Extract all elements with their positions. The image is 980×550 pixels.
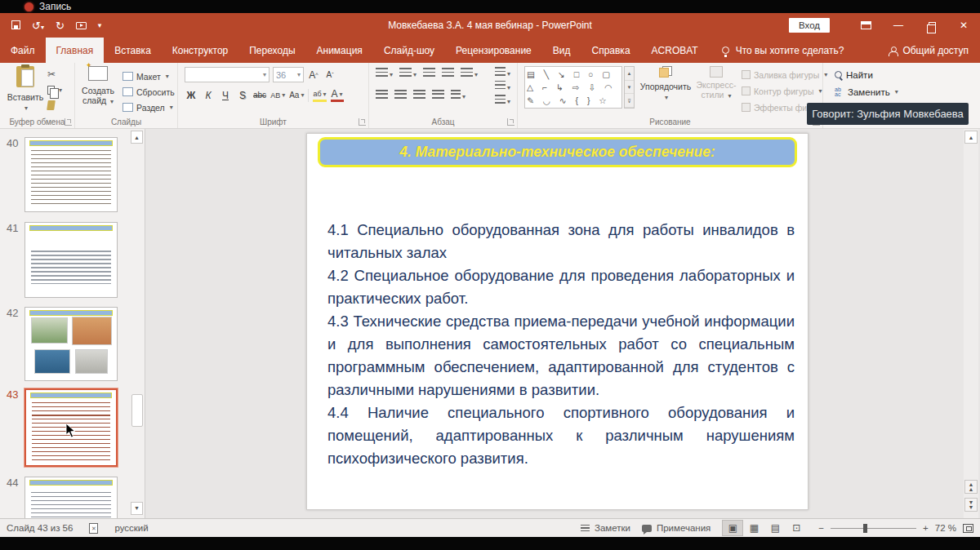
zoom-slider-thumb[interactable] [863, 524, 867, 533]
replace-button[interactable]: abacЗаменить [835, 85, 898, 99]
zoom-in-button[interactable]: + [923, 523, 929, 533]
bullets-button[interactable] [376, 68, 393, 78]
thumbnails-scrollbar-thumb[interactable] [131, 394, 143, 427]
arrange-button[interactable]: Упорядочить [639, 66, 693, 102]
undo-button[interactable]: ↺▾ [32, 20, 44, 31]
font-color-button[interactable]: А [331, 88, 344, 102]
tab-acrobat[interactable]: ACROBAT [641, 38, 709, 63]
canvas-scroll-up-button[interactable]: ▲ [964, 131, 978, 144]
notes-toggle[interactable]: Заметки [581, 523, 630, 533]
shapes-more-icon[interactable]: ⊽ [625, 94, 634, 108]
paragraph-dialog-launcher[interactable] [507, 118, 514, 126]
underline-button[interactable]: Ч [219, 88, 232, 102]
quick-styles-button[interactable]: Экспресс-стили [694, 66, 738, 100]
bold-button[interactable]: Ж [185, 88, 198, 102]
tab-insert[interactable]: Вставка [104, 38, 162, 63]
align-center-button[interactable] [394, 90, 407, 100]
columns-button[interactable] [451, 90, 466, 100]
text-direction-button[interactable] [495, 67, 510, 78]
shrink-font-button[interactable]: Аˇ [323, 68, 336, 82]
layout-button[interactable]: Макет [122, 69, 175, 83]
ribbon-display-options-button[interactable] [849, 13, 882, 38]
tab-review[interactable]: Рецензирование [445, 38, 542, 63]
shapes-scroll-down-icon[interactable]: ▼ [625, 81, 634, 95]
paste-button[interactable]: Вставить [5, 66, 46, 113]
zoom-level[interactable]: 72 % [935, 523, 956, 533]
language-indicator[interactable]: русский [114, 523, 148, 533]
align-left-button[interactable] [376, 90, 388, 100]
new-slide-button[interactable]: Создать слайд [77, 66, 119, 106]
convert-smartart-button[interactable] [495, 95, 510, 105]
decrease-indent-button[interactable] [423, 68, 435, 78]
normal-view-button[interactable]: ▣ [722, 520, 743, 536]
close-button[interactable]: ✕ [947, 13, 980, 38]
slideshow-view-button[interactable]: ⊡ [786, 520, 807, 536]
reset-button[interactable]: Сбросить [122, 85, 175, 99]
restore-button[interactable] [915, 13, 947, 38]
font-dialog-launcher[interactable] [359, 118, 366, 126]
tab-view[interactable]: Вид [542, 38, 581, 63]
tab-design[interactable]: Конструктор [162, 38, 238, 63]
tell-me-search[interactable]: Что вы хотите сделать? [722, 38, 844, 63]
shapes-gallery[interactable]: ▤ ╲ ↘ □ ○ ▢ △ ⌐ ↳ ⇨ ⇩ ◠ ✎ ◡ ∿ { } ☆ [524, 66, 622, 109]
shape-fill-button[interactable]: Заливка фигуры [742, 68, 827, 82]
font-name-combo[interactable]: ▾ [185, 67, 270, 82]
canvas-scrollbar[interactable]: ▲ ▲▲ ▼▼ [964, 129, 978, 518]
minimize-button[interactable]: — [882, 13, 915, 38]
next-slide-button[interactable]: ▼▼ [964, 498, 978, 512]
line-spacing-button[interactable] [461, 68, 478, 78]
previous-slide-button[interactable]: ▲▲ [964, 480, 978, 494]
cut-button[interactable]: ✂ [47, 68, 62, 81]
font-size-combo[interactable]: 36▾ [273, 67, 304, 82]
find-button[interactable]: Найти [835, 68, 898, 82]
copy-button[interactable] [47, 83, 62, 96]
save-button[interactable] [11, 20, 20, 31]
shape-outline-button[interactable]: Контур фигуры [742, 84, 827, 98]
zoom-slider[interactable] [831, 528, 916, 529]
italic-button[interactable]: К [202, 88, 215, 102]
shapes-scroll-up-icon[interactable]: ▲ [625, 67, 634, 81]
tab-help[interactable]: Справка [581, 38, 640, 63]
character-spacing-button[interactable]: АВ [270, 88, 285, 102]
section-button[interactable]: Раздел [122, 100, 175, 114]
tab-file[interactable]: Файл [0, 38, 46, 63]
comments-toggle[interactable]: Примечания [642, 523, 710, 533]
thumbnails-scroll-up-button[interactable]: ▲ [131, 131, 143, 144]
align-text-button[interactable] [495, 81, 510, 91]
strikethrough-button[interactable]: abc [253, 88, 266, 102]
slide-thumbnail-43-selected[interactable] [24, 388, 118, 467]
highlight-color-button[interactable]: аб [313, 88, 326, 102]
tab-home[interactable]: Главная [46, 38, 105, 63]
clipboard-dialog-launcher[interactable] [65, 118, 72, 126]
slide-thumbnail-40[interactable] [24, 137, 118, 212]
slide-body-textbox[interactable]: 4.1 Специально оборудованная зона для ра… [327, 219, 795, 470]
zoom-out-button[interactable]: − [818, 523, 824, 533]
slide-thumbnail-44[interactable] [24, 477, 118, 518]
reading-view-button[interactable]: ▤ [764, 520, 786, 536]
slide-thumbnail-42[interactable] [24, 307, 118, 381]
align-right-button[interactable] [413, 90, 425, 100]
fit-to-window-button[interactable] [963, 524, 973, 533]
change-case-button[interactable]: Aa [289, 88, 304, 102]
format-painter-button[interactable] [47, 99, 62, 112]
increase-indent-button[interactable] [442, 68, 454, 78]
grow-font-button[interactable]: А^ [307, 68, 320, 82]
tab-transitions[interactable]: Переходы [238, 38, 305, 63]
share-button[interactable]: Общий доступ [889, 38, 969, 63]
text-shadow-button[interactable]: S [236, 88, 249, 102]
redo-button[interactable]: ↻ [56, 20, 65, 31]
sign-in-button[interactable]: Вход [789, 18, 830, 33]
justify-button[interactable] [432, 90, 444, 100]
start-slideshow-button[interactable] [76, 20, 87, 31]
numbering-button[interactable] [399, 68, 416, 78]
customize-qat-button[interactable]: ▾ [98, 22, 102, 29]
shapes-gallery-scrollbar[interactable]: ▲ ▼ ⊽ [624, 66, 635, 109]
current-slide[interactable]: 4. Материально-техническое обеспечение: … [306, 133, 808, 510]
slide-sorter-view-button[interactable]: ▦ [743, 520, 764, 536]
tab-slideshow[interactable]: Слайд-шоу [373, 38, 445, 63]
spell-check-icon[interactable]: ✕ [89, 523, 98, 534]
slide-title-box[interactable]: 4. Материально-техническое обеспечение: [318, 137, 797, 167]
tab-animations[interactable]: Анимация [306, 38, 373, 63]
slide-thumbnail-41[interactable] [24, 222, 118, 298]
thumbnails-scroll-down-button[interactable]: ▼ [131, 502, 143, 515]
